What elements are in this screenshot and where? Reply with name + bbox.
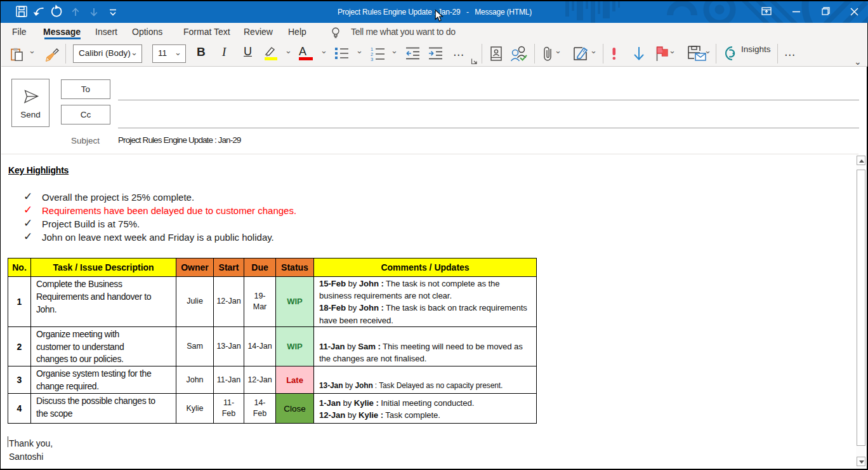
svg-text:3: 3 bbox=[371, 57, 373, 61]
